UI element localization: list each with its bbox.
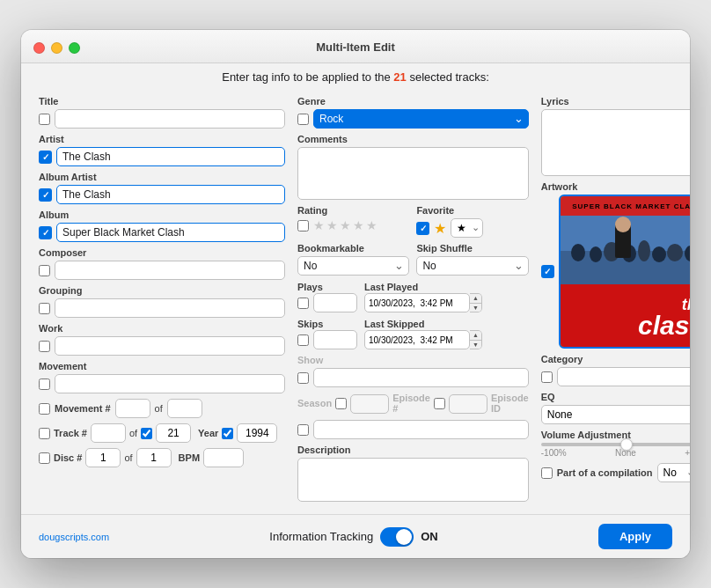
artist-row: ✓	[39, 147, 285, 166]
track-input[interactable]	[91, 423, 126, 443]
album-group: Album ✓	[39, 209, 285, 242]
movement-checkbox[interactable]	[39, 379, 50, 390]
plays-group: Plays Last Played ▲ ▼	[297, 281, 529, 312]
category-select[interactable]	[557, 367, 690, 386]
artwork-box[interactable]: SUPER BLACK MARKET CLASH	[559, 195, 690, 349]
svg-point-7	[652, 246, 666, 262]
work-checkbox[interactable]	[39, 341, 50, 352]
last-skipped-input[interactable]	[364, 330, 470, 349]
genre-checkbox[interactable]	[297, 114, 309, 125]
artist-input[interactable]	[56, 147, 285, 166]
artist-group: Artist ✓	[39, 134, 285, 166]
compilation-select[interactable]: No Yes	[657, 463, 690, 482]
skip-shuffle-select[interactable]: No Yes	[416, 256, 528, 276]
season-checkbox[interactable]	[335, 398, 347, 409]
work-label: Work	[39, 323, 285, 334]
genre-select[interactable]: Rock	[313, 109, 529, 129]
lyrics-label: Lyrics	[541, 96, 690, 107]
rating-checkbox[interactable]	[297, 220, 309, 232]
bpm-input[interactable]	[203, 448, 244, 467]
disc-of-input[interactable]	[136, 448, 172, 467]
comments-textarea[interactable]	[297, 147, 529, 200]
movement-input[interactable]	[55, 374, 285, 393]
last-played-input[interactable]	[364, 293, 470, 312]
year-input[interactable]	[237, 423, 277, 443]
star-4[interactable]: ★	[353, 218, 364, 232]
title-checkbox[interactable]	[39, 114, 50, 125]
last-skipped-label: Last Skipped	[364, 319, 424, 329]
bookmarkable-select[interactable]: No Yes	[297, 256, 409, 276]
dougscripts-link[interactable]: dougscripts.com	[39, 532, 109, 542]
season-label: Season	[297, 398, 332, 408]
year-label: Year	[198, 428, 218, 438]
episode-id-input[interactable]	[313, 420, 529, 439]
track-of-checkbox[interactable]	[141, 428, 152, 439]
clash-crowd	[561, 216, 690, 286]
skips-input[interactable]	[313, 330, 357, 349]
last-skipped-up[interactable]: ▲	[470, 331, 481, 341]
star-1[interactable]: ★	[313, 218, 325, 232]
artist-checkbox[interactable]: ✓	[39, 151, 52, 164]
composer-row	[39, 261, 285, 280]
eq-select[interactable]: None	[541, 405, 690, 424]
album-input[interactable]	[56, 223, 285, 242]
rating-stars[interactable]: ★ ★ ★ ★ ★	[313, 218, 377, 232]
track-of-input[interactable]	[156, 423, 191, 443]
artwork-checkbox[interactable]: ✓	[541, 265, 554, 278]
work-input[interactable]	[55, 336, 285, 356]
skips-left: Skips	[297, 318, 357, 349]
minimize-button[interactable]	[51, 42, 62, 54]
close-button[interactable]	[33, 42, 45, 54]
last-played-up[interactable]: ▲	[470, 294, 481, 304]
last-played-stepper-buttons[interactable]: ▲ ▼	[470, 293, 482, 312]
album-artist-input[interactable]	[56, 185, 285, 204]
category-wrapper	[557, 367, 690, 386]
genre-row: Rock	[297, 109, 529, 129]
description-textarea[interactable]	[297, 458, 529, 502]
toggle-switch[interactable]	[380, 527, 414, 547]
album-artist-checkbox[interactable]: ✓	[39, 188, 52, 202]
star-5[interactable]: ★	[366, 218, 377, 232]
category-checkbox[interactable]	[541, 371, 553, 383]
plays-checkbox[interactable]	[297, 298, 309, 309]
genre-group: Genre Rock	[297, 96, 529, 129]
plays-input[interactable]	[313, 293, 357, 312]
movement-num-checkbox[interactable]	[39, 403, 50, 415]
last-skipped-stepper-buttons[interactable]: ▲ ▼	[470, 330, 482, 349]
last-played-down[interactable]: ▼	[470, 304, 481, 312]
composer-input[interactable]	[55, 261, 285, 280]
skips-checkbox[interactable]	[297, 334, 309, 346]
disc-input[interactable]	[85, 448, 121, 467]
last-skipped-down[interactable]: ▼	[470, 341, 481, 349]
lyrics-textarea[interactable]	[541, 109, 690, 176]
favorite-select[interactable]: ★	[451, 218, 483, 238]
album-checkbox[interactable]: ✓	[39, 226, 52, 239]
movement-of-input[interactable]	[167, 399, 202, 418]
maximize-button[interactable]	[69, 42, 80, 54]
star-3[interactable]: ★	[340, 218, 351, 232]
season-input[interactable]	[350, 394, 389, 414]
compilation-label: Part of a compilation	[557, 467, 653, 478]
movement-num-input[interactable]	[115, 399, 150, 418]
favorite-checkbox[interactable]: ✓	[416, 222, 429, 235]
composer-checkbox[interactable]	[39, 265, 50, 276]
favorite-row: ✓ ★ ★	[416, 218, 528, 238]
grouping-input[interactable]	[55, 298, 285, 318]
episode-num-input[interactable]	[449, 394, 487, 414]
show-checkbox[interactable]	[297, 372, 309, 384]
rating-row: ★ ★ ★ ★ ★	[297, 218, 409, 232]
track-year-row: Track # of Year	[39, 423, 285, 443]
episode-id-checkbox[interactable]	[297, 424, 309, 436]
track-checkbox[interactable]	[39, 428, 50, 439]
title-input[interactable]	[55, 109, 285, 129]
disc-checkbox[interactable]	[39, 452, 50, 464]
grouping-checkbox[interactable]	[39, 303, 50, 314]
apply-button[interactable]: Apply	[598, 524, 672, 549]
favorite-star[interactable]: ★	[434, 220, 446, 237]
star-2[interactable]: ★	[326, 218, 338, 232]
compilation-checkbox[interactable]	[541, 467, 553, 479]
show-input[interactable]	[313, 368, 529, 387]
volume-slider[interactable]	[541, 443, 690, 446]
year-checkbox[interactable]	[222, 428, 233, 439]
episode-num-checkbox[interactable]	[434, 398, 445, 409]
